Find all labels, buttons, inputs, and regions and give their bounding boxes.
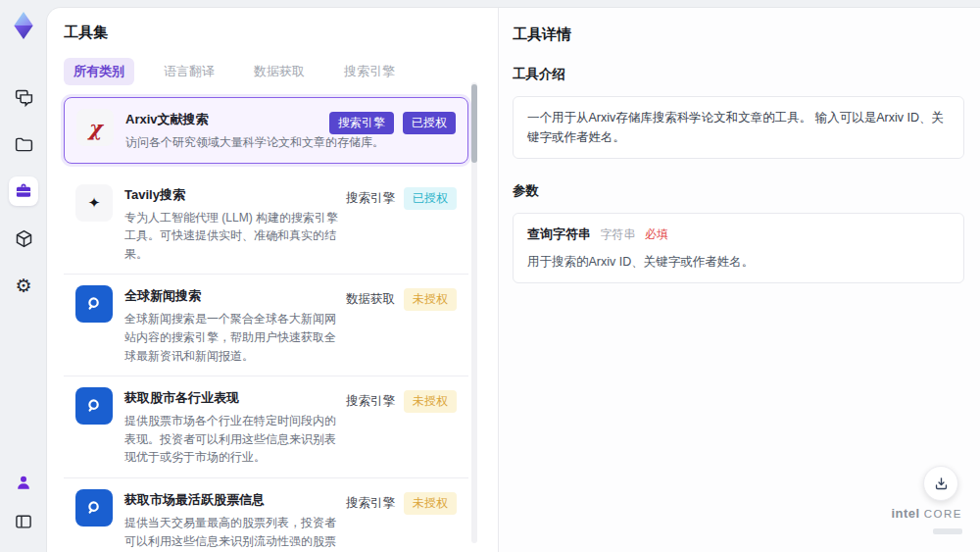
category-label: 数据获取 xyxy=(346,291,395,308)
rail-bottom xyxy=(9,468,38,536)
tool-card-tavily[interactable]: ✦ Tavily搜索 专为人工智能代理 (LLM) 构建的搜索引擎工具。可快速提… xyxy=(64,174,468,276)
tool-name: 获取股市各行业表现 xyxy=(124,389,346,407)
intro-heading: 工具介绍 xyxy=(513,66,964,83)
intro-card: 一个用于从Arxiv存储库搜索科学论文和文章的工具。 输入可以是Arxiv ID… xyxy=(513,96,964,159)
chat-icon[interactable] xyxy=(9,82,38,112)
intel-core-logo: intel CORE xyxy=(891,506,962,538)
page-title: 工具集 xyxy=(64,24,470,42)
tab-language-translation[interactable]: 语言翻译 xyxy=(154,58,224,85)
param-description: 用于搜索的Arxiv ID、关键字或作者姓名。 xyxy=(527,252,950,272)
params-heading: 参数 xyxy=(513,182,964,200)
tool-name: 全球新闻搜索 xyxy=(124,287,346,305)
tool-description: 访问各个研究领域大量科学论文和文章的存储库。 xyxy=(125,133,329,152)
stock-search-icon xyxy=(75,489,113,527)
tool-card-global-news[interactable]: 全球新闻搜索 全球新闻搜索是一个聚合全球各大新闻网站内容的搜索引擎，帮助用户快速… xyxy=(64,275,468,376)
collapse-panel-icon[interactable] xyxy=(9,507,38,536)
rail-nav: ⚙ xyxy=(9,82,38,300)
tab-all-categories[interactable]: 所有类别 xyxy=(64,58,134,85)
status-badge: 未授权 xyxy=(404,288,457,311)
tool-name: Arxiv文献搜索 xyxy=(125,111,329,128)
tool-card-active-stocks[interactable]: 获取市场最活跃股票信息 提供当天交易量最高的股票列表，投资者可以利用这些信息来识… xyxy=(64,478,468,552)
tool-description: 专为人工智能代理 (LLM) 构建的搜索引擎工具。可快速提供实时、准确和真实的结… xyxy=(124,209,346,264)
tool-description: 提供股票市场各个行业在特定时间段内的表现。投资者可以利用这些信息来识别表现优于或… xyxy=(124,412,346,467)
category-label: 搜索引擎 xyxy=(346,190,395,207)
tool-card-stock-sector[interactable]: 获取股市各行业表现 提供股票市场各个行业在特定时间段内的表现。投资者可以利用这些… xyxy=(64,376,468,478)
brand-subtext-bar xyxy=(933,528,962,534)
scrollbar-thumb[interactable] xyxy=(471,84,477,163)
tool-description: 提供当天交易量最高的股票列表，投资者可以利用这些信息来识别流动性强的股票和潜在的… xyxy=(124,514,346,552)
category-label: 搜索引擎 xyxy=(346,495,395,512)
category-tabs: 所有类别 语言翻译 数据获取 搜索引擎 xyxy=(64,58,470,85)
tavily-icon: ✦ xyxy=(75,184,113,222)
param-required-flag: 必填 xyxy=(645,227,668,241)
profile-avatar-icon[interactable] xyxy=(9,468,38,497)
settings-gear-icon[interactable]: ⚙ xyxy=(9,271,38,300)
tab-data-fetch[interactable]: 数据获取 xyxy=(244,58,315,85)
arxiv-icon: χ xyxy=(76,109,114,146)
param-name: 查询字符串 xyxy=(527,226,591,241)
brand-core: CORE xyxy=(924,508,962,520)
status-badge: 未授权 xyxy=(404,492,457,515)
models-cube-icon[interactable] xyxy=(9,224,38,253)
folder-icon[interactable] xyxy=(9,129,38,159)
download-button[interactable] xyxy=(923,466,958,501)
stock-search-icon xyxy=(75,387,113,425)
brand-intel: intel xyxy=(891,506,919,521)
param-type: 字符串 xyxy=(600,227,635,241)
tool-name: 获取市场最活跃股票信息 xyxy=(124,491,346,509)
tool-list: χ Arxiv文献搜索 访问各个研究领域大量科学论文和文章的存储库。 搜索引擎 … xyxy=(64,97,468,552)
tool-description: 全球新闻搜索是一个聚合全球各大新闻网站内容的搜索引擎，帮助用户快速获取全球最新资… xyxy=(124,310,346,365)
category-badge: 搜索引擎 xyxy=(329,112,394,134)
tools-icon[interactable] xyxy=(9,176,38,206)
app-logo-icon xyxy=(11,12,36,39)
news-search-icon xyxy=(75,285,113,323)
toolset-panel: 工具集 所有类别 语言翻译 数据获取 搜索引擎 χ Arxiv文献搜索 访问各个… xyxy=(47,8,498,552)
left-rail: ⚙ xyxy=(0,0,47,552)
detail-title: 工具详情 xyxy=(513,25,964,44)
category-label: 搜索引擎 xyxy=(346,393,395,410)
tool-detail-panel: 工具详情 工具介绍 一个用于从Arxiv存储库搜索科学论文和文章的工具。 输入可… xyxy=(498,8,980,552)
status-badge: 已授权 xyxy=(403,112,456,134)
tool-card-arxiv[interactable]: χ Arxiv文献搜索 访问各个研究领域大量科学论文和文章的存储库。 搜索引擎 … xyxy=(64,97,468,164)
param-card: 查询字符串 字符串 必填 用于搜索的Arxiv ID、关键字或作者姓名。 xyxy=(513,213,964,283)
list-scrollbar xyxy=(471,82,477,543)
main-panel: 工具集 所有类别 语言翻译 数据获取 搜索引擎 χ Arxiv文献搜索 访问各个… xyxy=(47,8,980,552)
tab-search-engine[interactable]: 搜索引擎 xyxy=(334,58,405,85)
status-badge: 未授权 xyxy=(404,390,457,413)
intro-text: 一个用于从Arxiv存储库搜索科学论文和文章的工具。 输入可以是Arxiv ID… xyxy=(527,111,944,144)
tool-name: Tavily搜索 xyxy=(124,186,346,204)
status-badge: 已授权 xyxy=(404,187,457,210)
